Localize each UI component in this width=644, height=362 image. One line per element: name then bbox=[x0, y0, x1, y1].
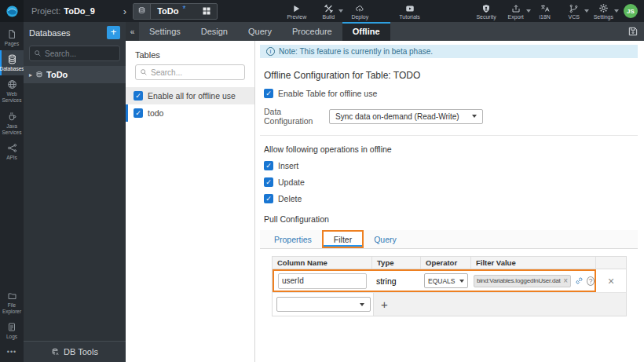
sidebar-item-web-services[interactable]: Web Services bbox=[0, 75, 24, 107]
operator-select[interactable]: EQUALS bbox=[424, 273, 468, 288]
add-database-button[interactable]: + bbox=[107, 26, 120, 39]
document-icon bbox=[7, 322, 16, 332]
sidebar-item-databases[interactable]: Databases bbox=[0, 50, 24, 75]
todo-table-checkbox[interactable]: ✓ bbox=[134, 108, 143, 118]
filter-table-add-row: + bbox=[273, 293, 626, 316]
export-icon bbox=[511, 3, 521, 13]
collapse-panel-button[interactable]: « bbox=[126, 22, 139, 41]
delete-checkbox[interactable]: ✓ bbox=[264, 194, 273, 203]
filter-table-header: Column Name Type Operator Filter Value bbox=[273, 257, 626, 269]
sidebar-item-logs[interactable]: Logs bbox=[0, 318, 24, 343]
preview-button[interactable]: Preview bbox=[287, 3, 306, 20]
update-checkbox[interactable]: ✓ bbox=[264, 177, 273, 187]
help-icon[interactable]: ? bbox=[587, 276, 595, 286]
subtab-filter[interactable]: Filter bbox=[324, 232, 362, 247]
sidebar-more-button[interactable]: ••• bbox=[0, 343, 24, 362]
deploy-button[interactable]: Deploy bbox=[350, 3, 369, 20]
subtab-properties[interactable]: Properties bbox=[264, 230, 322, 248]
column-name-input[interactable] bbox=[278, 273, 367, 289]
todo-table-label: todo bbox=[148, 108, 163, 118]
expand-arrow-icon[interactable]: ▸ bbox=[29, 71, 32, 79]
clear-binding-icon[interactable]: × bbox=[563, 276, 568, 285]
caret-down-icon bbox=[472, 115, 477, 118]
table-row-todo[interactable]: ✓ todo bbox=[126, 104, 254, 122]
tutorials-button[interactable]: Tutorials bbox=[399, 3, 420, 20]
databases-search-input[interactable] bbox=[45, 49, 115, 58]
operation-insert-row: ✓ Insert bbox=[264, 161, 638, 170]
tables-search[interactable] bbox=[135, 64, 245, 80]
caret-down-icon bbox=[614, 9, 619, 13]
enable-all-checkbox[interactable]: ✓ bbox=[134, 91, 143, 101]
delete-row-button[interactable]: × bbox=[596, 269, 626, 292]
database-tree-item-todo[interactable]: ▸ ToDo bbox=[24, 66, 126, 83]
check-icon: ✓ bbox=[135, 92, 141, 100]
bind-link-icon[interactable] bbox=[575, 276, 584, 285]
databases-search[interactable] bbox=[29, 46, 120, 61]
git-branch-icon bbox=[569, 3, 579, 13]
tables-panel: Tables ✓ Enable all for offline use ✓ to… bbox=[126, 41, 255, 362]
database-icon bbox=[35, 71, 43, 79]
sidebar-item-apis[interactable]: APIs bbox=[0, 139, 24, 164]
sidebar-item-file-explorer[interactable]: File Explorer bbox=[0, 287, 24, 318]
database-icon bbox=[7, 54, 17, 64]
databases-panel-title: Databases bbox=[29, 28, 71, 38]
save-export-button[interactable] bbox=[628, 22, 639, 41]
update-label: Update bbox=[278, 177, 305, 187]
enable-all-offline-row[interactable]: ✓ Enable all for offline use bbox=[126, 87, 254, 104]
filter-table-row: string EQUALS bind:Variables.lo bbox=[273, 269, 626, 293]
wavemaker-studio: Project: ToDo_9 › ToDo * Preview Build bbox=[0, 0, 644, 362]
beta-note-banner: i Note: This feature is currently in bet… bbox=[260, 45, 638, 58]
sidebar-item-pages[interactable]: Pages bbox=[0, 25, 24, 50]
wavemaker-logo-icon[interactable] bbox=[0, 0, 24, 22]
gear-icon bbox=[598, 3, 609, 13]
beta-note-text: Note: This feature is currently in beta … bbox=[279, 47, 433, 56]
pull-configuration-title: Pull Configuration bbox=[264, 214, 638, 224]
globe-icon bbox=[7, 79, 17, 90]
shield-icon bbox=[481, 3, 491, 13]
security-button[interactable]: Security bbox=[476, 3, 496, 20]
insert-label: Insert bbox=[278, 161, 298, 170]
db-tools-button[interactable]: DB Tools bbox=[24, 341, 126, 362]
add-filter-button[interactable]: + bbox=[381, 298, 388, 310]
tab-offline[interactable]: Offline bbox=[342, 22, 390, 41]
tab-design[interactable]: Design bbox=[191, 22, 238, 41]
data-configuration-select[interactable]: Sync data on-demand (Read-Write) bbox=[329, 109, 483, 124]
topbar-actions-left: Preview Build Deploy Tutorials bbox=[287, 3, 420, 20]
tab-settings[interactable]: Settings bbox=[139, 22, 191, 41]
check-icon: ✓ bbox=[265, 90, 272, 97]
project-label: Project: bbox=[31, 6, 60, 16]
caret-down-icon bbox=[526, 9, 531, 13]
cloud-upload-icon bbox=[354, 3, 365, 13]
export-button[interactable]: Export bbox=[507, 3, 525, 20]
header-type: Type bbox=[372, 257, 421, 269]
tables-panel-title: Tables bbox=[126, 41, 254, 64]
tables-search-input[interactable] bbox=[151, 68, 240, 77]
check-icon: ✓ bbox=[265, 162, 272, 170]
insert-checkbox[interactable]: ✓ bbox=[264, 161, 273, 170]
operations-title: Allow following operations in offline bbox=[264, 144, 638, 154]
open-resource-tab[interactable]: ToDo * bbox=[133, 3, 218, 20]
new-column-select[interactable] bbox=[276, 297, 371, 312]
check-icon: ✓ bbox=[265, 195, 272, 203]
type-value: string bbox=[372, 276, 420, 286]
vcs-button[interactable]: VCS bbox=[565, 3, 584, 20]
dashboard-grid-icon[interactable] bbox=[196, 6, 217, 16]
user-avatar[interactable]: JS bbox=[624, 4, 638, 18]
resource-name: ToDo bbox=[151, 6, 182, 16]
header-filter-value: Filter Value bbox=[471, 257, 596, 269]
database-icon bbox=[134, 3, 151, 20]
topbar: Project: ToDo_9 › ToDo * Preview Build bbox=[0, 0, 644, 22]
settings-button[interactable]: Settings bbox=[594, 3, 613, 20]
filter-value-chip[interactable]: bind:Variables.loggedInUser.data × bbox=[474, 275, 571, 287]
project-name: ToDo_9 bbox=[64, 6, 95, 16]
subtab-query[interactable]: Query bbox=[364, 230, 407, 248]
build-button[interactable]: Build bbox=[319, 3, 338, 20]
i18n-button[interactable]: i18N bbox=[536, 3, 554, 20]
info-icon: i bbox=[266, 47, 275, 56]
enable-table-checkbox[interactable]: ✓ bbox=[264, 89, 273, 98]
tab-procedure[interactable]: Procedure bbox=[282, 22, 342, 41]
sidebar-item-java-services[interactable]: Java Services bbox=[0, 108, 24, 139]
tab-query[interactable]: Query bbox=[238, 22, 282, 41]
header-column-name: Column Name bbox=[273, 257, 372, 269]
translate-icon bbox=[540, 3, 551, 13]
